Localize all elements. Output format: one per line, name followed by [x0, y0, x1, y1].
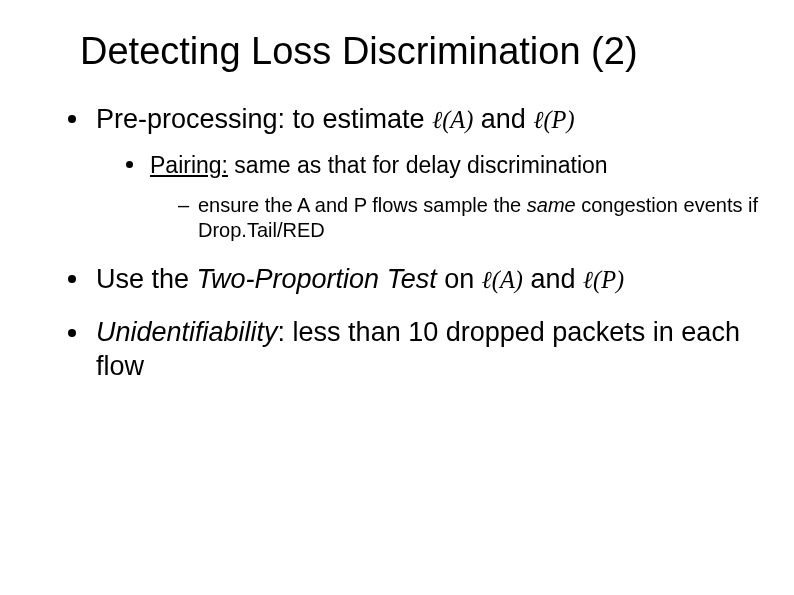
- bullet-pairing: Pairing: same as that for delay discrimi…: [126, 151, 764, 243]
- text: and: [523, 264, 583, 294]
- text-bold: A: [297, 194, 309, 216]
- sub-sub-list: ensure the A and P flows sample the same…: [178, 193, 764, 243]
- text: Pre-processing: to estimate: [96, 104, 432, 134]
- text-underline: Pairing:: [150, 152, 228, 178]
- text: and: [309, 194, 353, 216]
- bullet-two-proportion: Use the Two-Proportion Test on ℓ(A) and …: [68, 263, 764, 297]
- text: and: [481, 104, 534, 134]
- slide-title: Detecting Loss Discrimination (2): [80, 30, 764, 73]
- text-italic: same: [527, 194, 576, 216]
- slide: Detecting Loss Discrimination (2) Pre-pr…: [0, 0, 794, 595]
- math-l-p: ℓ(P): [533, 106, 574, 133]
- math-l-p: ℓ(P): [583, 266, 624, 293]
- text: flows sample the: [367, 194, 527, 216]
- text: Use the: [96, 264, 197, 294]
- bullet-ensure: ensure the A and P flows sample the same…: [178, 193, 764, 243]
- text: same as that for delay discrimination: [228, 152, 608, 178]
- bullet-preprocessing: Pre-processing: to estimate ℓ(A) and ℓ(P…: [68, 103, 764, 243]
- math-l-a: ℓ(A): [482, 266, 523, 293]
- bullet-unidentifiability: Unidentifiability: less than 10 dropped …: [68, 316, 764, 384]
- bullet-list: Pre-processing: to estimate ℓ(A) and ℓ(P…: [68, 103, 764, 384]
- math-l-a: ℓ(A): [432, 106, 473, 133]
- text-bold: P: [354, 194, 367, 216]
- text-italic: Two-Proportion Test: [197, 264, 437, 294]
- text: on: [437, 264, 482, 294]
- text: ensure the: [198, 194, 297, 216]
- text-italic: Unidentifiability: [96, 317, 278, 347]
- sub-list: Pairing: same as that for delay discrimi…: [126, 151, 764, 243]
